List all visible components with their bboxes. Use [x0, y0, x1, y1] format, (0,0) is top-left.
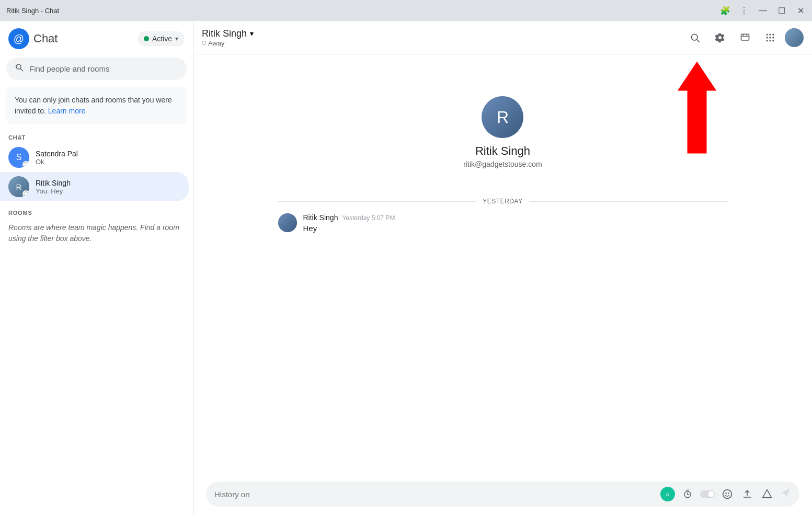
svg-point-2 — [16, 64, 21, 69]
chat-name-ritik: Ritik Singh — [36, 179, 180, 187]
close-button[interactable]: ✕ — [795, 5, 806, 16]
header-dropdown-icon[interactable]: ▾ — [250, 29, 254, 38]
chat-section-label: CHAT — [0, 130, 193, 143]
chat-logo-icon: @ — [8, 28, 29, 49]
svg-point-13 — [769, 33, 771, 35]
chat-preview-satendra: Ok — [36, 158, 180, 166]
timer-icon[interactable] — [680, 487, 695, 501]
svg-point-32 — [725, 493, 727, 494]
msg-time: Yesterday 5:07 PM — [342, 214, 395, 222]
avatar-satendra: S — [8, 147, 29, 168]
svg-point-12 — [767, 33, 768, 35]
chat-header-name: Ritik Singh — [202, 28, 247, 39]
svg-text:@: @ — [14, 33, 24, 44]
user-avatar-button[interactable] — [785, 28, 804, 47]
svg-marker-36 — [763, 490, 772, 498]
messages-area: Ritik Singh Yesterday 5:07 PM Hey — [278, 213, 728, 239]
send-button[interactable] — [780, 487, 791, 501]
msg-text: Hey — [303, 223, 728, 235]
learn-more-link[interactable]: Learn more — [48, 107, 86, 115]
svg-rect-8 — [741, 34, 749, 40]
chat-header: Ritik Singh ▾ Away — [193, 21, 812, 54]
date-divider-line-left — [278, 201, 477, 202]
contact-avatar-large: R — [482, 96, 523, 138]
svg-point-14 — [772, 33, 774, 35]
avatar-ritik: R — [8, 176, 29, 197]
titlebar: Ritik Singh - Chat 🧩 ⋮ — ☐ ✕ — [0, 0, 812, 21]
chat-body: R Ritik Singh ritik@gadgetstouse.com YES… — [193, 54, 812, 475]
rooms-section: ROOMS Rooms are where team magic happens… — [0, 205, 193, 248]
chat-header-info: Ritik Singh ▾ Away — [202, 28, 254, 47]
notice-box: You can only join chats and rooms that y… — [6, 87, 187, 124]
status-indicator-satendra — [22, 161, 29, 168]
drive-icon[interactable] — [760, 487, 774, 501]
svg-line-7 — [697, 40, 699, 42]
chat-header-left: Ritik Singh ▾ Away — [202, 28, 254, 47]
menu-button[interactable]: ⋮ — [739, 5, 749, 16]
svg-point-31 — [723, 490, 732, 499]
notifications-button[interactable] — [735, 27, 756, 48]
sidebar-header: @ Chat Active ▾ — [0, 21, 193, 54]
chat-info-satendra: Satendra Pal Ok — [36, 150, 180, 166]
svg-point-16 — [769, 37, 771, 38]
logo-area: @ Chat — [8, 28, 58, 49]
svg-point-18 — [767, 40, 768, 41]
date-divider-text: YESTERDAY — [476, 198, 529, 205]
away-dot — [24, 162, 28, 167]
svg-point-33 — [728, 493, 729, 494]
contact-profile: R Ritik Singh ritik@gadgetstouse.com — [463, 96, 542, 168]
window-title: Ritik Singh - Chat — [6, 7, 59, 15]
away-circle-icon — [202, 41, 206, 45]
search-button[interactable] — [684, 27, 705, 48]
chat-input-area: G — [193, 475, 812, 515]
search-people-icon — [15, 63, 24, 75]
notice-text: You can only join chats and rooms that y… — [15, 96, 172, 115]
chat-header-status: Away — [202, 39, 254, 47]
minimize-button[interactable]: — — [758, 5, 768, 16]
svg-point-19 — [769, 40, 771, 41]
window-controls: 🧩 ⋮ — ☐ ✕ — [720, 5, 806, 16]
chat-header-right — [684, 27, 804, 48]
msg-avatar-ritik — [278, 213, 297, 232]
logo-text: Chat — [33, 32, 58, 45]
chat-main: Ritik Singh ▾ Away — [193, 21, 812, 515]
maximize-button[interactable]: ☐ — [776, 5, 787, 16]
active-label: Active — [152, 35, 172, 43]
chat-info-ritik: Ritik Singh You: Hey — [36, 179, 180, 195]
emoji-icon[interactable] — [720, 487, 735, 501]
date-divider: YESTERDAY — [278, 198, 728, 205]
chat-input-field[interactable] — [214, 490, 655, 499]
chat-item-ritik[interactable]: R Ritik Singh You: Hey — [0, 172, 189, 201]
chat-preview-ritik: You: Hey — [36, 187, 180, 195]
toggle-icon[interactable] — [700, 487, 715, 501]
svg-point-30 — [708, 491, 715, 498]
msg-content: Ritik Singh Yesterday 5:07 PM Hey — [303, 213, 728, 235]
chat-item-satendra[interactable]: S Satendra Pal Ok — [0, 143, 189, 172]
contact-name-large: Ritik Singh — [475, 144, 530, 158]
msg-header: Ritik Singh Yesterday 5:07 PM — [303, 213, 728, 222]
grammarly-button[interactable]: G — [660, 487, 675, 501]
date-divider-line-right — [529, 201, 728, 202]
rooms-section-label: ROOMS — [0, 205, 193, 218]
msg-sender: Ritik Singh — [303, 213, 338, 222]
extensions-button[interactable]: 🧩 — [720, 5, 730, 16]
svg-point-20 — [772, 40, 774, 41]
message-row: Ritik Singh Yesterday 5:07 PM Hey — [278, 213, 728, 235]
status-indicator-ritik — [22, 190, 29, 197]
rooms-notice-text: Rooms are where team magic happens. Find… — [0, 218, 193, 248]
svg-text:G: G — [666, 493, 669, 497]
svg-point-15 — [767, 37, 768, 38]
settings-button[interactable] — [710, 27, 730, 48]
chat-name-satendra: Satendra Pal — [36, 150, 180, 158]
chevron-down-icon: ▾ — [175, 35, 178, 42]
sidebar: @ Chat Active ▾ Find people and rooms — [0, 21, 193, 515]
upload-icon[interactable] — [740, 487, 754, 501]
away-dot-ritik — [24, 191, 28, 196]
status-text: Away — [208, 39, 225, 47]
app-container: @ Chat Active ▾ Find people and rooms — [0, 21, 812, 515]
active-dot — [144, 36, 149, 41]
search-input-placeholder: Find people and rooms — [29, 64, 109, 73]
search-bar[interactable]: Find people and rooms — [6, 58, 187, 80]
apps-grid-button[interactable] — [760, 27, 781, 48]
active-status-button[interactable]: Active ▾ — [138, 31, 185, 46]
